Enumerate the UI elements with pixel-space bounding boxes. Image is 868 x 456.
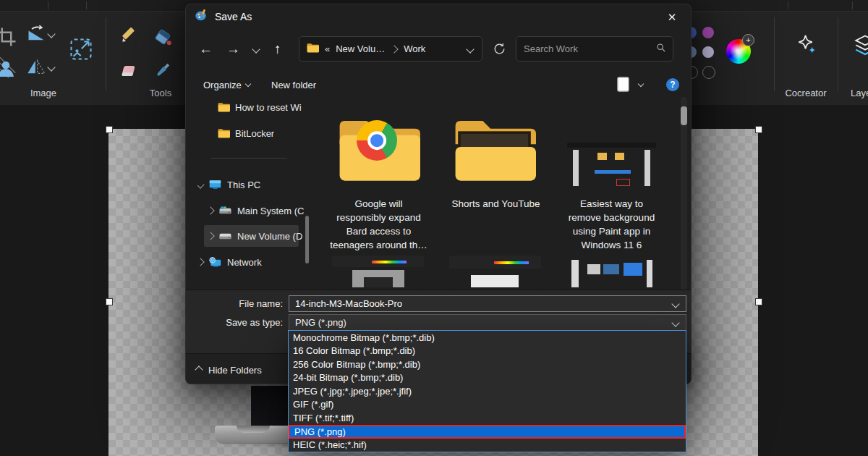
paint-logo-icon — [195, 9, 208, 25]
forward-button[interactable]: → — [226, 41, 240, 57]
add-color-plus-icon[interactable]: + — [742, 34, 754, 46]
file-item-label[interactable]: Easiest way toremove background using Pa… — [559, 197, 664, 252]
color-swatch-empty[interactable] — [702, 66, 715, 79]
divider — [86, 1, 87, 9]
selection-handle-mid-right[interactable] — [755, 298, 762, 305]
organize-chevron-icon — [245, 80, 251, 86]
search-icon — [655, 42, 667, 56]
tree-expand-chevron-icon[interactable] — [208, 232, 215, 240]
system-drive-icon — [218, 205, 232, 216]
hide-folders-button[interactable]: Hide Folders — [196, 363, 262, 377]
drive-icon — [218, 230, 232, 242]
dropdown-option[interactable]: TIFF (*.tif;*.tiff) — [289, 411, 686, 425]
crop-icon[interactable] — [0, 26, 17, 51]
image-section-label: Image — [9, 88, 78, 98]
save-type-label: Save as type: — [186, 317, 283, 328]
address-bar[interactable]: « New Volu… Work — [299, 36, 482, 62]
sidebar-item-label: Main System (C — [237, 206, 304, 216]
layers-icon[interactable] — [851, 33, 868, 61]
view-mode-icon[interactable] — [616, 76, 631, 96]
file-name-chevron-icon[interactable] — [671, 300, 679, 308]
file-item-screenshot-partial[interactable] — [332, 256, 424, 289]
dropdown-option[interactable]: 256 Color Bitmap (*.bmp;*.dib) — [289, 358, 686, 371]
sidebar-item-bitlocker[interactable]: BitLocker — [218, 122, 274, 144]
view-mode-chevron-icon[interactable] — [638, 81, 644, 87]
dialog-title: Save As — [215, 11, 252, 22]
file-item-label[interactable]: Google willresponsibly expand Bard acces… — [326, 197, 431, 252]
rotate-icon[interactable] — [26, 23, 46, 46]
sidebar-divider — [210, 158, 286, 159]
breadcrumb-overflow[interactable]: « — [325, 43, 330, 54]
cocreator-section-label[interactable]: Cocreator — [777, 88, 835, 98]
selection-handle-top-right[interactable] — [755, 126, 762, 133]
tree-expand-chevron-icon[interactable] — [197, 180, 205, 188]
flip-dropdown-chevron-icon[interactable] — [47, 63, 55, 71]
close-button[interactable]: ✕ — [663, 9, 681, 26]
file-item-screenshot-partial[interactable] — [449, 256, 541, 289]
file-item-screenshot[interactable] — [567, 143, 656, 192]
organize-button[interactable]: Organize — [203, 74, 250, 96]
sidebar-item-how-to-reset[interactable]: How to reset Wi — [218, 96, 302, 118]
flip-icon[interactable] — [26, 56, 46, 80]
chevron-up-icon — [195, 366, 203, 373]
sidebar-scrollbar[interactable] — [305, 216, 309, 263]
hide-folders-label: Hide Folders — [208, 365, 262, 376]
cocreator-icon[interactable] — [794, 33, 819, 61]
dropdown-option[interactable]: HEIC (*.heic;*.hif) — [289, 439, 686, 452]
new-folder-label: New folder — [271, 80, 316, 90]
color-swatch-purple[interactable] — [702, 27, 714, 38]
dropdown-option[interactable]: Monochrome Bitmap (*.bmp;*.dib) — [289, 331, 686, 345]
resize-image-icon[interactable] — [68, 36, 94, 65]
new-folder-button[interactable]: New folder — [271, 74, 316, 96]
file-item-shorts-folder[interactable] — [453, 115, 536, 184]
dropdown-option-selected-png[interactable]: PNG (*.png) — [289, 425, 686, 439]
recent-locations-chevron-icon[interactable] — [252, 45, 260, 53]
dropdown-option[interactable]: 24-bit Bitmap (*.bmp;*.dib) — [289, 371, 686, 385]
file-item-label[interactable]: Shorts and YouTube — [443, 197, 548, 211]
file-item-google-folder[interactable] — [337, 115, 420, 184]
remove-background-icon[interactable] — [0, 56, 17, 83]
search-box[interactable] — [516, 36, 673, 62]
back-button[interactable]: ← — [199, 41, 213, 57]
save-type-select[interactable]: PNG (*.png) — [289, 314, 686, 331]
save-type-chevron-icon[interactable] — [671, 318, 679, 326]
file-list-scrollbar-thumb[interactable] — [681, 106, 687, 125]
tree-expand-chevron-icon[interactable] — [197, 258, 205, 266]
breadcrumb-parent[interactable]: New Volu… — [336, 43, 385, 54]
dropdown-option[interactable]: 16 Color Bitmap (*.bmp;*.dib) — [289, 345, 686, 358]
tree-expand-chevron-icon[interactable] — [208, 206, 215, 214]
sidebar-item-network[interactable]: Network — [197, 251, 262, 273]
divider — [788, 1, 788, 9]
color-swatch-lavender[interactable] — [702, 46, 714, 58]
paint-app-window: Image — [0, 0, 868, 456]
fill-bucket-icon[interactable] — [152, 26, 174, 51]
dialog-titlebar[interactable]: Save As — [186, 4, 691, 29]
help-button[interactable]: ? — [666, 78, 679, 91]
sidebar-item-new-volume[interactable]: New Volume (D — [208, 225, 302, 247]
file-name-input[interactable]: 14-inch-M3-MacBook-Pro — [289, 295, 686, 312]
eraser-icon[interactable] — [119, 61, 139, 84]
dropdown-option[interactable]: GIF (*.gif) — [289, 398, 686, 412]
search-input[interactable] — [516, 43, 655, 54]
section-divider — [838, 17, 838, 91]
selection-handle-top-left[interactable] — [106, 126, 113, 133]
file-item-screenshot-partial[interactable] — [566, 256, 658, 289]
sidebar-item-label: This PC — [227, 180, 260, 190]
selection-handle-mid-left[interactable] — [106, 298, 113, 305]
breadcrumb-separator-icon — [390, 45, 398, 53]
address-dropdown-chevron-icon[interactable] — [466, 45, 474, 53]
layers-section-label[interactable]: Layers — [851, 88, 868, 98]
folder-icon — [307, 43, 319, 55]
sidebar-item-this-pc[interactable]: This PC — [197, 174, 260, 195]
file-name-label: File name: — [186, 298, 283, 309]
up-button[interactable]: ↑ — [274, 41, 281, 57]
file-list-scrollbar-track[interactable] — [681, 97, 687, 290]
breadcrumb-current[interactable]: Work — [404, 43, 425, 54]
rotate-dropdown-chevron-icon[interactable] — [47, 30, 55, 38]
color-picker-icon[interactable] — [153, 60, 173, 83]
pencil-icon[interactable] — [118, 26, 138, 49]
dropdown-option[interactable]: JPEG (*.jpg;*.jpeg;*.jpe;*.jfif) — [289, 384, 686, 398]
refresh-icon[interactable] — [493, 42, 506, 59]
sidebar-item-main-system[interactable]: Main System (C — [208, 200, 304, 221]
section-divider — [774, 17, 775, 91]
